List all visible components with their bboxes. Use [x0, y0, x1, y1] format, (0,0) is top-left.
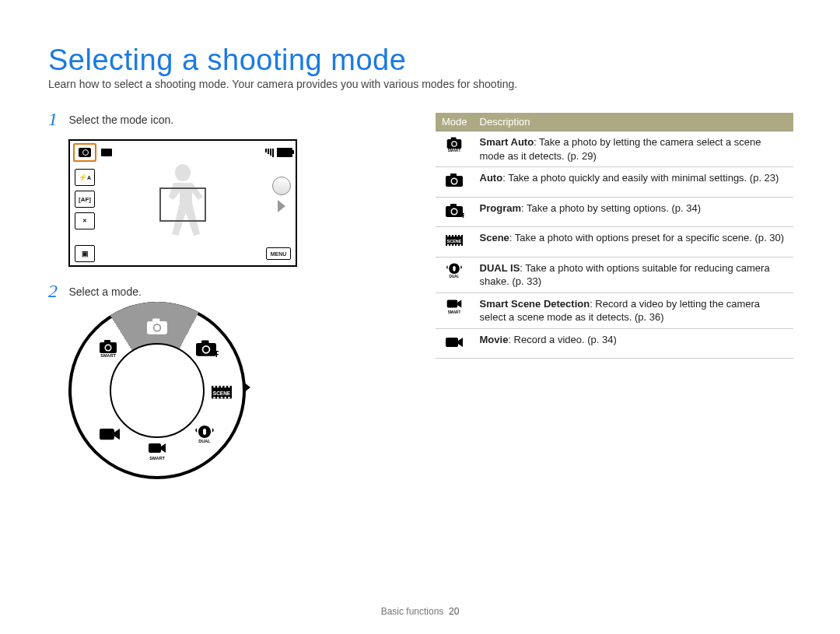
table-row: Smart Auto: Take a photo by letting the … [436, 131, 793, 167]
mode-icon-program [436, 197, 474, 227]
step-2-number: 2 [48, 281, 65, 302]
menu-button-icon: MENU [266, 247, 291, 260]
timer-off-icon: ✕OFF [75, 212, 95, 229]
table-row: Scene: Take a photo with options preset … [436, 227, 793, 257]
dial-knob-icon [272, 177, 291, 195]
dial-mode-placeholder [79, 381, 106, 401]
dial-mode-movie [96, 423, 123, 443]
mode-icon-smart-scene [436, 292, 474, 328]
table-row: Auto: Take a photo quickly and easily wi… [436, 167, 793, 198]
flash-auto-icon: ⚡A [75, 169, 95, 186]
mode-description: DUAL IS: Take a photo with options suita… [474, 257, 793, 292]
footer: Basic functions 20 [0, 606, 840, 617]
af-icon: [AF] [75, 191, 95, 208]
th-description: Description [474, 113, 793, 131]
mode-description: Program: Take a photo by setting options… [474, 197, 793, 227]
mode-icon-scene [436, 227, 474, 257]
mode-description: Smart Scene Detection: Record a video by… [474, 292, 793, 328]
mode-icon-smart-auto [436, 131, 474, 167]
footer-page: 20 [449, 606, 459, 617]
table-row: Program: Take a photo by setting options… [436, 197, 793, 227]
step-2: 2 Select a mode. [48, 281, 390, 302]
mode-icon-highlighted [73, 143, 96, 162]
dial-mode-smart-auto [95, 338, 121, 358]
dial-mode-scene [208, 381, 235, 401]
dial-center [110, 343, 205, 438]
modes-table: Mode Description Smart Auto: Take a phot… [436, 113, 793, 359]
mode-description: Scene: Take a photo with options preset … [474, 227, 793, 257]
battery-icon [277, 148, 292, 157]
table-row: Smart Scene Detection: Record a video by… [436, 292, 793, 328]
page-title: Selecting a shooting mode [48, 44, 406, 77]
camera-screen-figure: ⚡A [AF] ✕OFF ▣ MENU [68, 139, 297, 267]
mode-icon-dual-is [436, 257, 474, 292]
dial-next-arrow-icon [243, 382, 250, 393]
intro-text: Learn how to select a shooting mode. You… [48, 78, 517, 90]
th-mode: Mode [436, 113, 474, 131]
table-row: DUAL IS: Take a photo with options suita… [436, 257, 793, 292]
arrow-right-icon [278, 200, 285, 212]
portrait-icon [101, 149, 112, 156]
mode-description: Movie: Record a video. (p. 34) [474, 328, 793, 359]
table-row: Movie: Record a video. (p. 34) [436, 328, 793, 359]
mode-dial-figure [68, 302, 240, 473]
mode-description: Auto: Take a photo quickly and easily wi… [474, 167, 793, 198]
step-1: 1 Select the mode icon. [48, 109, 390, 130]
footer-section: Basic functions [381, 606, 444, 617]
dial-mode-dual-is [191, 423, 218, 443]
mode-icon-movie [436, 328, 474, 359]
playback-icon: ▣ [75, 245, 95, 262]
focus-frame [159, 187, 206, 222]
signal-icon [265, 149, 274, 157]
dial-mode-program [193, 338, 219, 358]
dial-mode-smart-scene [144, 440, 170, 461]
mode-icon-auto [436, 167, 474, 198]
mode-description: Smart Auto: Take a photo by letting the … [474, 131, 793, 167]
step-2-text: Select a mode. [68, 281, 141, 298]
dial-mode-auto [144, 316, 170, 336]
step-1-text: Select the mode icon. [68, 109, 173, 126]
step-1-number: 1 [48, 109, 65, 130]
